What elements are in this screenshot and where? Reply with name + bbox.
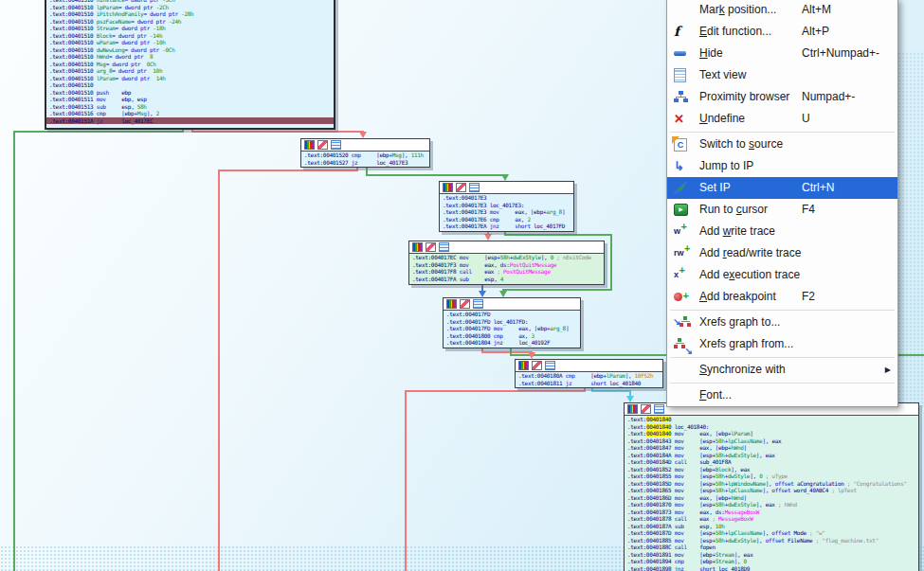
menu-item-add-breakpoint[interactable]: Add breakpointF2	[667, 286, 897, 308]
code-line[interactable]: .text:00401516 cmp [ebp+Msg], 2	[46, 110, 334, 117]
menu-item-xrefs-graph-from[interactable]: ↘Xrefs graph from...	[667, 333, 897, 355]
code-line[interactable]: .text:00401510 Block= dword ptr -14h	[46, 32, 334, 40]
code-line[interactable]: .text:00401852 mov [ebp+Block], eax	[625, 466, 918, 473]
code-line[interactable]: .text:00401520 cmp [ebp+Msg], 111h	[301, 152, 429, 159]
menu-item-add-write-trace[interactable]: wAdd write trace	[667, 221, 897, 242]
node-group-icon[interactable]	[469, 183, 480, 192]
node-palette-icon[interactable]	[446, 299, 457, 309]
menu-item-add-read-write-trace[interactable]: rwAdd read/write trace	[667, 242, 897, 264]
code-line[interactable]: .text:00401840 loc_401840:	[625, 423, 918, 431]
code-line[interactable]: .text:00401510 push ebp	[46, 89, 334, 97]
code-line[interactable]: .text:00401510	[46, 81, 334, 89]
code-line[interactable]: .text:00401510 lpParam= dword ptr -2Ch	[46, 4, 334, 11]
node-title-bar[interactable]	[516, 360, 662, 372]
code-line[interactable]: .text:00401527 jz loc_4017E3	[301, 159, 429, 167]
code-line[interactable]: .text:00401873 mov eax, ds:MessageBoxW	[625, 509, 918, 516]
code-line[interactable]: .text:00401894 cmp [ebp+Stream], 0	[625, 558, 918, 565]
code-line[interactable]: .text:00401885 mov [esp+58h+dwExStyle], …	[625, 537, 918, 544]
code-line[interactable]: .text:00401847 mov eax, [ebp+hWnd]	[625, 444, 918, 452]
code-line[interactable]: .text:00401891 mov [ebp+Stream], eax	[625, 551, 918, 559]
menu-item-undefine[interactable]: ✕UndefineU	[667, 108, 897, 130]
menu-item-xrefs-graph-to[interactable]: ↘Xrefs graph to...	[667, 312, 897, 333]
graph-node-block-004017E3[interactable]: .text:004017E3.text:004017E3 loc_4017E3:…	[439, 181, 574, 232]
code-line[interactable]: .text:004017F8 call eax ; PostQuitMessag…	[409, 268, 604, 276]
code-line[interactable]: .text:00401510 pszFaceName= dword ptr -2…	[46, 18, 334, 26]
code-line[interactable]: .text:00401811 jz short loc_401840	[516, 380, 662, 387]
menu-item-font[interactable]: Font...	[667, 384, 897, 406]
code-line[interactable]: .text:004017EC mov [esp+58h+dwExStyle], …	[409, 254, 604, 261]
node-group-icon[interactable]	[331, 140, 341, 150]
code-line[interactable]: .text:00401840 mov eax, [ebp+lParam]	[625, 430, 918, 437]
code-line[interactable]: .text:00401510 wParam= dword ptr -10h	[46, 39, 334, 46]
code-line[interactable]: .text:00401510 iPitchAndFamily= dword pt…	[46, 10, 334, 18]
code-line[interactable]: .text:00401511 mov ebp, esp	[46, 96, 334, 103]
menu-item-proximity-browser[interactable]: Proximity browserNumpad+-	[667, 86, 897, 108]
menu-item-run-to-cursor[interactable]: ▶Run to cursorF4	[667, 199, 897, 221]
code-line[interactable]: .text:00401898 jnz short loc_4018D9	[625, 565, 918, 571]
code-line[interactable]: .text:00401513 sub esp, 58h	[46, 103, 334, 111]
graph-node-block-0040180A[interactable]: .text:0040180A cmp [ebp+lParam], 10F52h.…	[515, 359, 663, 388]
code-line[interactable]: .text:004017EA jnz short loc_4017FD	[440, 223, 573, 230]
code-line[interactable]: .text:00401840	[625, 416, 918, 423]
graph-node-entry-00401510[interactable]: .text:00401510 hInstance= dword ptr -5Ch…	[45, 0, 335, 130]
code-line[interactable]: .text:004017FD mov eax, [ebp+arg_8]	[444, 325, 580, 332]
node-edit-color-icon[interactable]	[641, 404, 651, 414]
node-edit-color-icon[interactable]	[532, 361, 542, 370]
node-palette-icon[interactable]	[412, 242, 423, 252]
code-line[interactable]: .text:004017E3	[440, 194, 573, 202]
code-line[interactable]: .text:00401510 lParam= dword ptr 14h	[46, 75, 334, 82]
menu-item-edit-function[interactable]: fEdit function...Alt+P	[667, 21, 897, 43]
node-edit-color-icon[interactable]	[426, 242, 436, 252]
ida-graph-view[interactable]: .text:00401510 hInstance= dword ptr -5Ch…	[0, 0, 924, 571]
code-line[interactable]: .text:004017E3 mov eax, [ebp+arg_8]	[440, 208, 573, 216]
code-line[interactable]: .text:004017FD loc_4017FD:	[444, 318, 580, 326]
code-line[interactable]: .text:0040188C call fopen	[625, 544, 918, 551]
code-line[interactable]: .text:004017E6 cmp ax, 2	[440, 216, 573, 223]
node-group-icon[interactable]	[545, 361, 555, 370]
node-palette-icon[interactable]	[304, 140, 315, 150]
node-palette-icon[interactable]	[627, 404, 638, 414]
menu-item-synchronize-with[interactable]: Synchronize with▶	[667, 359, 897, 381]
code-line[interactable]: .text:00401510 Stream= dword ptr -18h	[46, 25, 334, 32]
menu-item-jump-to-ip[interactable]: ↳Jump to IP	[667, 155, 897, 177]
code-line[interactable]: .text:00401804 jnz loc_40192F	[444, 339, 580, 347]
code-line[interactable]: .text:00401843 mov [esp+58h+lpClassName]…	[625, 437, 918, 445]
node-group-icon[interactable]	[654, 404, 664, 414]
current-instruction-line[interactable]: .text:0040151A jz loc_4017EC	[46, 117, 334, 125]
code-line[interactable]: .text:00401800 cmp ax, 3	[444, 332, 580, 340]
code-line[interactable]: .text:004017FD	[444, 311, 580, 318]
menu-item-mark-position[interactable]: Mark position...Alt+M	[667, 0, 897, 21]
code-line[interactable]: .text:0040187D mov [esp+58h+lpClassName]…	[625, 529, 918, 537]
code-line[interactable]: .text:004017FA sub esp, 4	[409, 276, 604, 283]
code-line[interactable]: .text:0040187A sub esp, 10h	[625, 523, 918, 530]
menu-item-add-execution-trace[interactable]: xAdd execution trace	[667, 264, 897, 286]
code-line[interactable]: .text:00401870 mov [esp+58h+dwExStyle], …	[625, 501, 918, 509]
code-line[interactable]: .text:0040184D call sub_401F8A	[625, 458, 918, 466]
code-line[interactable]: .text:00401865 mov [esp+58h+lpClassName]…	[625, 487, 918, 494]
menu-item-set-ip[interactable]: Set IPCtrl+N	[667, 177, 897, 199]
graph-node-block-004017EC[interactable]: .text:004017EC mov [esp+58h+dwExStyle], …	[408, 241, 605, 285]
node-edit-color-icon[interactable]	[317, 140, 328, 150]
menu-item-text-view[interactable]: Text view	[667, 64, 897, 86]
node-title-bar[interactable]	[444, 298, 580, 311]
menu-item-hide[interactable]: HideCtrl+Numpad+-	[667, 43, 897, 64]
node-title-bar[interactable]	[440, 182, 573, 194]
code-line[interactable]: .text:00401510 arg_8= dword ptr 10h	[46, 67, 334, 75]
graph-node-block-00401840[interactable]: .text:00401840.text:00401840 loc_401840:…	[624, 402, 919, 571]
code-line[interactable]: .text:004017F3 mov eax, ds:PostQuitMessa…	[409, 261, 604, 269]
code-line[interactable]: .text:00401510 Msg= dword ptr 0Ch	[46, 61, 334, 68]
menu-item-switch-to-source[interactable]: CSwitch to source	[667, 134, 897, 155]
code-line[interactable]: .text:0040186D mov eax, [ebp+hWnd]	[625, 494, 918, 502]
graph-node-block-004017FD[interactable]: .text:004017FD.text:004017FD loc_4017FD:…	[443, 297, 581, 348]
code-line[interactable]: .text:00401855 mov [esp+58h+dwStyle], 0 …	[625, 473, 918, 480]
node-edit-color-icon[interactable]	[456, 183, 466, 192]
code-line[interactable]: .text:0040180A cmp [ebp+lParam], 10F52h	[516, 372, 662, 380]
node-edit-color-icon[interactable]	[460, 299, 470, 309]
node-title-bar[interactable]	[301, 139, 429, 152]
code-line[interactable]: .text:0040184A mov [esp+58h+dwExStyle], …	[625, 452, 918, 459]
code-line[interactable]: .text:00401510 hWnd= dword ptr 8	[46, 53, 334, 61]
code-line[interactable]: .text:004017E3 loc_4017E3:	[440, 202, 573, 209]
node-palette-icon[interactable]	[443, 183, 453, 192]
graph-node-block-00401520[interactable]: .text:00401520 cmp [ebp+Msg], 111h.text:…	[300, 138, 430, 168]
node-title-bar[interactable]	[409, 241, 604, 254]
